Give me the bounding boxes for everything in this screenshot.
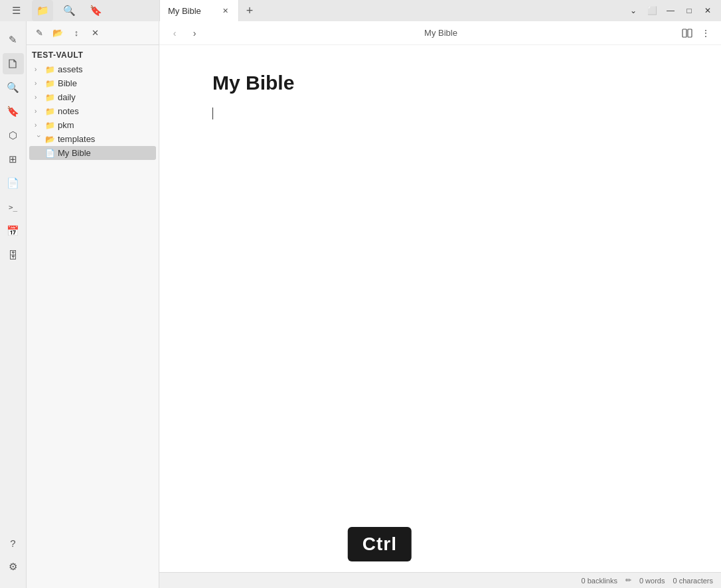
tree-item-label: My Bible	[58, 148, 91, 158]
text-cursor	[212, 108, 213, 119]
tree-item-label: notes	[58, 106, 79, 116]
vault-label: TEST-VAULT	[27, 48, 159, 62]
back-button[interactable]: ‹	[167, 26, 182, 40]
svg-rect-0	[682, 29, 686, 37]
split-button[interactable]: ⬜	[644, 3, 660, 19]
folder-open-icon: 📂	[45, 135, 55, 144]
chevron-down-icon: ›	[35, 135, 42, 143]
file-icon: 📄	[45, 149, 55, 158]
sidebar-item-settings[interactable]: ⚙	[3, 556, 24, 577]
new-note-toolbar-button[interactable]: ✎	[32, 26, 46, 40]
file-sidebar-toolbar: ✎ 📂 ↕ ✕	[27, 21, 159, 45]
collapse-button[interactable]: ⌄	[625, 3, 641, 19]
active-tab[interactable]: My Bible ✕	[159, 0, 239, 21]
minimize-button[interactable]: —	[663, 3, 679, 19]
editor-toolbar-right: ⋮	[680, 26, 713, 40]
tree-item-bible[interactable]: › 📁 Bible	[29, 76, 156, 90]
backlinks-status[interactable]: 0 backlinks	[582, 577, 617, 585]
bookmark-nav-icon[interactable]: 🔖	[85, 0, 106, 21]
folder-nav-icon[interactable]: 📁	[32, 0, 53, 21]
sidebar-item-new-note[interactable]: ✎	[3, 29, 24, 50]
maximize-button[interactable]: □	[681, 3, 697, 19]
tab-close-button[interactable]: ✕	[220, 5, 230, 16]
svg-rect-1	[688, 29, 692, 37]
folder-closed-icon: 📁	[45, 107, 55, 116]
sidebar-item-extensions[interactable]: ⊞	[3, 149, 24, 170]
icon-sidebar-bottom: ? ⚙	[3, 532, 24, 583]
edit-icon-status: ✏	[625, 576, 631, 585]
new-folder-toolbar-button[interactable]: 📂	[50, 26, 65, 40]
sidebar-item-graph[interactable]: ⬡	[3, 125, 24, 146]
new-tab-button[interactable]: +	[239, 0, 260, 21]
tabs-area: My Bible ✕ +	[159, 0, 620, 21]
ctrl-overlay: Ctrl	[348, 527, 412, 561]
words-status: 0 words	[639, 577, 665, 585]
tree-item-notes[interactable]: › 📁 notes	[29, 104, 156, 118]
words-count: 0 words	[639, 577, 665, 585]
chevron-right-icon: ›	[35, 121, 42, 129]
statusbar: 0 backlinks ✏ 0 words 0 characters	[159, 572, 721, 588]
search-nav-icon[interactable]: 🔍	[58, 0, 80, 21]
sidebar-item-files[interactable]	[3, 53, 24, 74]
file-tree: TEST-VAULT › 📁 assets › 📁 Bible › 📁 dail…	[27, 45, 159, 588]
sidebar-item-archive[interactable]: 🗄	[3, 244, 24, 265]
file-sidebar: ✎ 📂 ↕ ✕ TEST-VAULT › 📁 assets › 📁 Bible …	[27, 21, 159, 588]
folder-closed-icon: 📁	[45, 79, 55, 88]
editor-title: My Bible	[207, 28, 675, 38]
sidebar-toggle-icon[interactable]: ☰	[5, 0, 27, 21]
tree-item-label: daily	[58, 92, 76, 102]
tree-item-label: templates	[58, 134, 95, 144]
tree-item-label: pkm	[58, 120, 74, 130]
tree-item-daily[interactable]: › 📁 daily	[29, 90, 156, 104]
sidebar-item-pages[interactable]: 📄	[3, 173, 24, 194]
ctrl-text: Ctrl	[362, 534, 397, 554]
forward-button[interactable]: ›	[187, 26, 202, 40]
sidebar-item-bookmarks[interactable]: 🔖	[3, 101, 24, 122]
icon-sidebar: ✎ 🔍 🔖 ⬡ ⊞ 📄 >_ 📅 🗄 ? ⚙	[0, 21, 27, 588]
chevron-right-icon: ›	[35, 94, 42, 101]
tree-item-templates[interactable]: › 📂 templates	[29, 132, 156, 146]
sidebar-item-calendar[interactable]: 📅	[3, 220, 24, 242]
tree-item-assets[interactable]: › 📁 assets	[29, 62, 156, 76]
main-area: ✎ 🔍 🔖 ⬡ ⊞ 📄 >_ 📅 🗄 ? ⚙ ✎ 📂 ↕	[0, 21, 721, 588]
sidebar-item-terminal[interactable]: >_	[3, 196, 24, 218]
tab-label: My Bible	[168, 6, 214, 16]
folder-closed-icon: 📁	[45, 93, 55, 102]
folder-closed-icon: 📁	[45, 65, 55, 74]
document-title: My Bible	[212, 72, 668, 94]
tree-item-label: assets	[58, 64, 83, 74]
folder-closed-icon: 📁	[45, 121, 55, 130]
more-options-icon[interactable]: ⋮	[698, 26, 713, 40]
tree-item-pkm[interactable]: › 📁 pkm	[29, 118, 156, 132]
chevron-down-icon: ›	[35, 80, 42, 87]
collapse-all-toolbar-button[interactable]: ✕	[88, 26, 102, 40]
sidebar-item-search[interactable]: 🔍	[3, 77, 24, 98]
editor-area: ‹ › My Bible ⋮ My Bible 0 backlinks	[159, 21, 721, 588]
icon-sidebar-top: ✎ 🔍 🔖 ⬡ ⊞ 📄 >_ 📅 🗄	[3, 27, 24, 530]
tree-item-label: Bible	[58, 78, 77, 88]
chevron-right-icon: ›	[35, 108, 42, 115]
sidebar-item-help[interactable]: ?	[3, 532, 24, 553]
tree-item-my-bible[interactable]: 📄 My Bible	[29, 146, 156, 160]
backlinks-count: 0 backlinks	[582, 577, 617, 585]
close-button[interactable]: ✕	[700, 3, 716, 19]
reading-view-icon[interactable]	[680, 26, 694, 40]
sort-toolbar-button[interactable]: ↕	[69, 26, 84, 40]
titlebar: ☰ 📁 🔍 🔖 My Bible ✕ + ⌄ ⬜ — □ ✕	[0, 0, 721, 21]
characters-status: 0 characters	[673, 577, 713, 585]
characters-count: 0 characters	[673, 577, 713, 585]
titlebar-left: ☰ 📁 🔍 🔖	[0, 0, 159, 21]
titlebar-right: ⌄ ⬜ — □ ✕	[620, 3, 721, 19]
chevron-right-icon: ›	[35, 66, 42, 73]
editor-content[interactable]: My Bible	[159, 45, 721, 572]
editor-toolbar: ‹ › My Bible ⋮	[159, 21, 721, 45]
